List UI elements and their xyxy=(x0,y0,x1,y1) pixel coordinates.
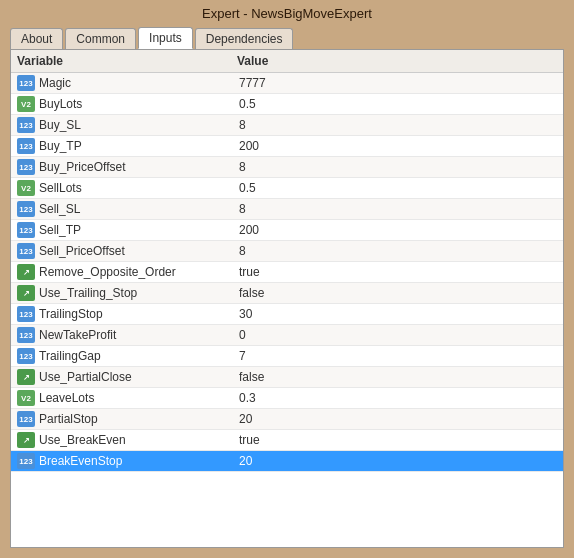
table-row[interactable]: 123Buy_PriceOffset8 xyxy=(11,157,563,178)
table-row[interactable]: 123Sell_TP200 xyxy=(11,220,563,241)
main-window: Expert - NewsBigMoveExpert AboutCommonIn… xyxy=(0,0,574,558)
col-variable-header: Variable xyxy=(17,54,237,68)
table-body: 123Magic7777V2BuyLots0.5123Buy_SL8123Buy… xyxy=(11,73,563,547)
row-variable-value: 8 xyxy=(239,244,557,258)
row-variable-name: BreakEvenStop xyxy=(39,454,239,468)
row-type-icon: 123 xyxy=(17,411,35,427)
table-row[interactable]: ↗Remove_Opposite_Ordertrue xyxy=(11,262,563,283)
row-variable-value: 30 xyxy=(239,307,557,321)
row-variable-value: true xyxy=(239,433,557,447)
row-type-icon: 123 xyxy=(17,327,35,343)
table-row[interactable]: V2LeaveLots0.3 xyxy=(11,388,563,409)
row-type-icon: 123 xyxy=(17,453,35,469)
row-type-icon: ↗ xyxy=(17,369,35,385)
row-variable-value: 20 xyxy=(239,454,557,468)
row-variable-value: 0.3 xyxy=(239,391,557,405)
row-variable-value: true xyxy=(239,265,557,279)
row-type-icon: 123 xyxy=(17,348,35,364)
row-variable-name: Use_PartialClose xyxy=(39,370,239,384)
tab-inputs[interactable]: Inputs xyxy=(138,27,193,49)
table-row[interactable]: 123NewTakeProfit0 xyxy=(11,325,563,346)
table-row[interactable]: 123TrailingGap7 xyxy=(11,346,563,367)
row-type-icon: 123 xyxy=(17,222,35,238)
row-type-icon: 123 xyxy=(17,201,35,217)
row-variable-name: Use_BreakEven xyxy=(39,433,239,447)
table-row[interactable]: ↗Use_BreakEventrue xyxy=(11,430,563,451)
row-type-icon: 123 xyxy=(17,117,35,133)
row-type-icon: 123 xyxy=(17,243,35,259)
row-type-icon: 123 xyxy=(17,138,35,154)
content-area: Variable Value 123Magic7777V2BuyLots0.51… xyxy=(10,49,564,548)
row-variable-name: Remove_Opposite_Order xyxy=(39,265,239,279)
tab-common[interactable]: Common xyxy=(65,28,136,49)
row-variable-name: LeaveLots xyxy=(39,391,239,405)
table-row[interactable]: ↗Use_PartialClosefalse xyxy=(11,367,563,388)
row-variable-value: 0.5 xyxy=(239,97,557,111)
row-variable-name: TrailingStop xyxy=(39,307,239,321)
row-variable-name: Use_Trailing_Stop xyxy=(39,286,239,300)
table-header: Variable Value xyxy=(11,50,563,73)
table-row[interactable]: ↗Use_Trailing_Stopfalse xyxy=(11,283,563,304)
title-bar: Expert - NewsBigMoveExpert xyxy=(0,0,574,27)
row-variable-name: NewTakeProfit xyxy=(39,328,239,342)
row-type-icon: V2 xyxy=(17,180,35,196)
window-title: Expert - NewsBigMoveExpert xyxy=(202,6,372,21)
table-row[interactable]: 123Sell_SL8 xyxy=(11,199,563,220)
tab-about[interactable]: About xyxy=(10,28,63,49)
row-variable-name: SellLots xyxy=(39,181,239,195)
row-type-icon: ↗ xyxy=(17,264,35,280)
row-variable-name: Buy_SL xyxy=(39,118,239,132)
table-row[interactable]: V2BuyLots0.5 xyxy=(11,94,563,115)
row-variable-name: Buy_PriceOffset xyxy=(39,160,239,174)
row-variable-name: PartialStop xyxy=(39,412,239,426)
table-row[interactable]: 123Magic7777 xyxy=(11,73,563,94)
row-variable-value: 0.5 xyxy=(239,181,557,195)
row-variable-name: BuyLots xyxy=(39,97,239,111)
table-row[interactable]: 123Buy_SL8 xyxy=(11,115,563,136)
table-row[interactable]: 123BreakEvenStop20 xyxy=(11,451,563,472)
row-variable-value: 8 xyxy=(239,118,557,132)
row-variable-value: 0 xyxy=(239,328,557,342)
row-variable-value: 7777 xyxy=(239,76,557,90)
table-row[interactable]: 123TrailingStop30 xyxy=(11,304,563,325)
table-row[interactable]: 123PartialStop20 xyxy=(11,409,563,430)
row-variable-name: Sell_SL xyxy=(39,202,239,216)
tab-dependencies[interactable]: Dependencies xyxy=(195,28,294,49)
table-row[interactable]: V2SellLots0.5 xyxy=(11,178,563,199)
row-type-icon: 123 xyxy=(17,306,35,322)
row-type-icon: ↗ xyxy=(17,432,35,448)
row-variable-name: TrailingGap xyxy=(39,349,239,363)
tab-bar: AboutCommonInputsDependencies xyxy=(0,27,574,49)
row-variable-value: 200 xyxy=(239,223,557,237)
row-type-icon: ↗ xyxy=(17,285,35,301)
row-variable-name: Magic xyxy=(39,76,239,90)
row-variable-value: 200 xyxy=(239,139,557,153)
table-row[interactable]: 123Sell_PriceOffset8 xyxy=(11,241,563,262)
row-variable-value: 8 xyxy=(239,160,557,174)
row-variable-name: Buy_TP xyxy=(39,139,239,153)
row-type-icon: V2 xyxy=(17,96,35,112)
row-variable-value: 20 xyxy=(239,412,557,426)
row-type-icon: V2 xyxy=(17,390,35,406)
row-variable-value: 7 xyxy=(239,349,557,363)
row-variable-value: false xyxy=(239,370,557,384)
row-variable-name: Sell_TP xyxy=(39,223,239,237)
row-variable-value: 8 xyxy=(239,202,557,216)
row-variable-name: Sell_PriceOffset xyxy=(39,244,239,258)
col-value-header: Value xyxy=(237,54,557,68)
table-row[interactable]: 123Buy_TP200 xyxy=(11,136,563,157)
row-type-icon: 123 xyxy=(17,75,35,91)
row-variable-value: false xyxy=(239,286,557,300)
row-type-icon: 123 xyxy=(17,159,35,175)
